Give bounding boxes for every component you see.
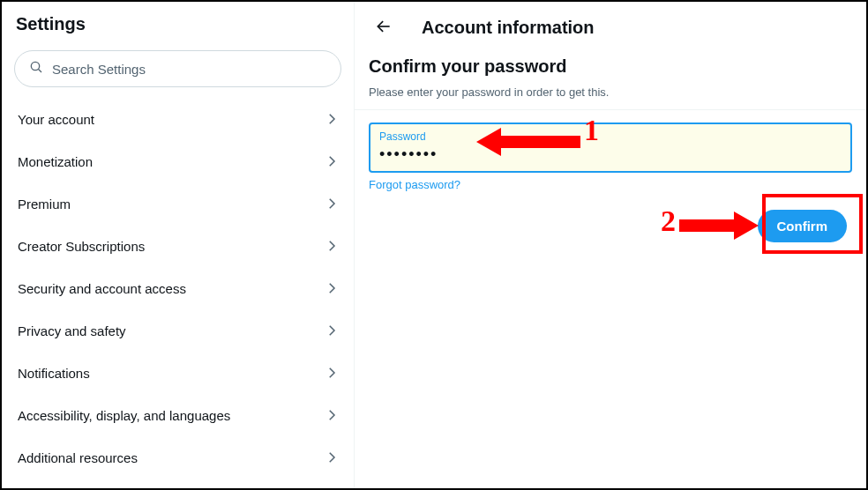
- search-icon: [29, 60, 43, 78]
- sidebar-item-label: Creator Subscriptions: [18, 239, 145, 254]
- settings-menu: Your account Monetization Premium Creato…: [2, 96, 354, 479]
- sidebar-item-your-account[interactable]: Your account: [2, 98, 354, 140]
- confirm-button[interactable]: Confirm: [758, 210, 848, 242]
- sidebar-item-label: Additional resources: [18, 450, 138, 465]
- forgot-password-link[interactable]: Forgot password?: [369, 178, 460, 191]
- chevron-right-icon: [324, 365, 340, 381]
- sidebar-item-label: Premium: [18, 197, 71, 212]
- sidebar-item-accessibility[interactable]: Accessibility, display, and languages: [2, 394, 354, 436]
- sidebar-item-privacy[interactable]: Privacy and safety: [2, 309, 354, 352]
- arrow-left-icon: [375, 18, 393, 38]
- sidebar-item-notifications[interactable]: Notifications: [2, 352, 354, 394]
- chevron-right-icon: [324, 323, 340, 338]
- chevron-right-icon: [324, 153, 340, 169]
- sidebar-item-label: Security and account access: [18, 281, 186, 296]
- sidebar-item-label: Monetization: [18, 154, 93, 169]
- main-panel: Account information Confirm your passwor…: [355, 2, 866, 488]
- sidebar-item-label: Privacy and safety: [18, 323, 126, 338]
- svg-marker-4: [679, 212, 759, 240]
- chevron-right-icon: [324, 111, 340, 127]
- chevron-right-icon: [324, 238, 340, 254]
- sidebar-title: Settings: [16, 14, 340, 34]
- password-label: Password: [379, 130, 842, 144]
- password-field[interactable]: Password: [369, 122, 852, 173]
- chevron-right-icon: [324, 407, 340, 423]
- sidebar-item-premium[interactable]: Premium: [2, 182, 354, 225]
- page-title: Account information: [422, 18, 595, 38]
- annotation-arrow-2: [679, 210, 759, 241]
- search-input[interactable]: [52, 62, 326, 77]
- chevron-right-icon: [324, 449, 340, 465]
- back-button[interactable]: [369, 12, 399, 42]
- sidebar-item-label: Your account: [18, 112, 94, 127]
- sidebar-item-security[interactable]: Security and account access: [2, 267, 354, 309]
- search-field[interactable]: [14, 50, 341, 87]
- password-input[interactable]: [379, 144, 842, 164]
- section-title: Confirm your password: [369, 56, 852, 77]
- chevron-right-icon: [324, 196, 340, 212]
- sidebar-item-monetization[interactable]: Monetization: [2, 140, 354, 182]
- sidebar-item-label: Accessibility, display, and languages: [18, 408, 230, 423]
- sidebar-item-additional-resources[interactable]: Additional resources: [2, 436, 354, 479]
- svg-point-0: [31, 62, 39, 70]
- section-subtitle: Please enter your password in order to g…: [369, 77, 852, 99]
- annotation-number-2: 2: [661, 204, 676, 238]
- sidebar-item-creator-subscriptions[interactable]: Creator Subscriptions: [2, 225, 354, 267]
- settings-sidebar: Settings Your account Monetization Premi…: [2, 2, 355, 488]
- chevron-right-icon: [324, 280, 340, 296]
- svg-line-1: [39, 70, 41, 72]
- sidebar-item-label: Notifications: [18, 366, 90, 381]
